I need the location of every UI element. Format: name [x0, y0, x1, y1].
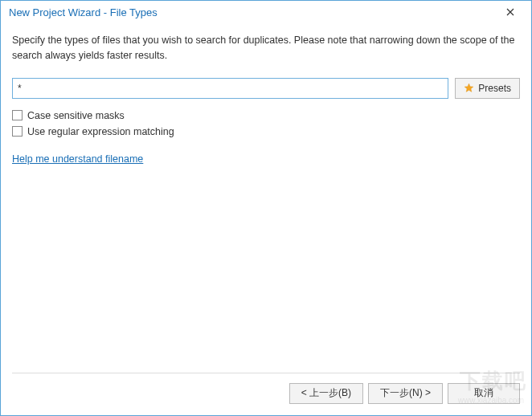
footer-separator [12, 373, 520, 373]
dialog-window: New Project Wizard - File Types Specify … [0, 0, 532, 416]
titlebar: New Project Wizard - File Types [1, 1, 531, 23]
close-button[interactable] [496, 3, 525, 21]
case-sensitive-label: Case sensitive masks [27, 110, 125, 121]
description-text: Specify the types of files that you wish… [12, 33, 520, 63]
window-title: New Project Wizard - File Types [9, 6, 158, 18]
content-area: Specify the types of files that you wish… [1, 23, 531, 373]
help-link[interactable]: Help me understand filename [12, 153, 520, 165]
case-sensitive-checkbox[interactable] [12, 110, 23, 120]
back-button[interactable]: < 上一步(B) [289, 383, 363, 404]
regex-label: Use regular expression matching [27, 126, 174, 137]
star-icon [464, 83, 474, 93]
checkbox-case-row: Case sensitive masks [12, 110, 520, 121]
checkbox-regex-row: Use regular expression matching [12, 126, 520, 137]
footer: < 上一步(B) 下一步(N) > 取消 [1, 377, 531, 415]
close-icon [506, 6, 514, 18]
presets-label: Presets [478, 83, 511, 94]
next-button[interactable]: 下一步(N) > [368, 383, 443, 404]
regex-checkbox[interactable] [12, 126, 23, 137]
filemask-input[interactable] [12, 78, 448, 99]
input-row: Presets [12, 78, 520, 99]
presets-button[interactable]: Presets [455, 78, 520, 99]
cancel-button[interactable]: 取消 [448, 383, 520, 404]
